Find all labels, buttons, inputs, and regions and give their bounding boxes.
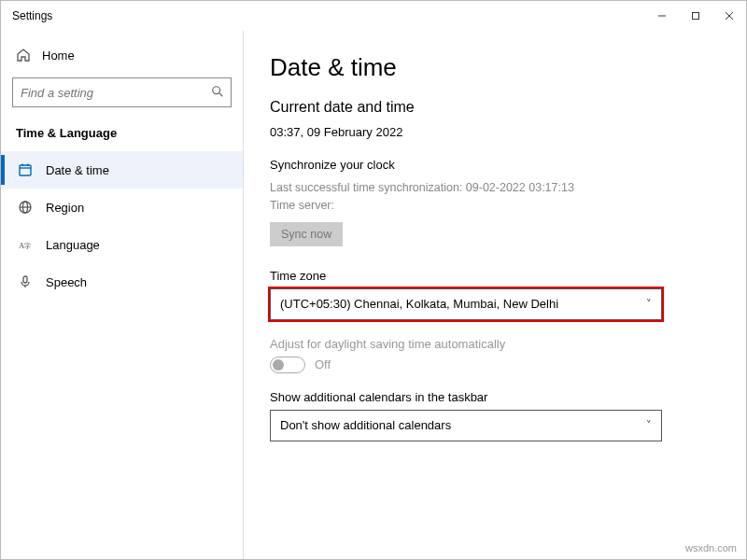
section-header: Time & Language: [1, 120, 243, 151]
timezone-label: Time zone: [270, 269, 720, 283]
svg-text:字: 字: [24, 243, 31, 250]
sidebar: Home Time & Language Date & time: [1, 31, 244, 559]
minimize-button[interactable]: [645, 1, 679, 31]
window-title: Settings: [12, 9, 52, 22]
timezone-dropdown[interactable]: (UTC+05:30) Chennai, Kolkata, Mumbai, Ne…: [270, 288, 662, 320]
language-icon: A字: [18, 237, 33, 252]
globe-icon: [18, 200, 33, 215]
calendars-value: Don't show additional calendars: [280, 418, 451, 432]
body: Home Time & Language Date & time: [1, 31, 746, 559]
current-datetime-heading: Current date and time: [270, 99, 720, 116]
sidebar-item-region[interactable]: Region: [1, 189, 243, 226]
dst-label: Adjust for daylight saving time automati…: [270, 337, 720, 351]
sync-heading: Synchronize your clock: [270, 158, 720, 172]
search-icon: [211, 85, 224, 101]
close-button[interactable]: [712, 1, 746, 31]
sidebar-item-label: Date & time: [46, 163, 109, 177]
sync-now-button[interactable]: Sync now: [270, 222, 343, 246]
window-controls: [645, 1, 746, 31]
svg-line-5: [219, 93, 223, 97]
sidebar-item-label: Language: [46, 238, 100, 252]
toggle-switch: [270, 357, 305, 373]
sidebar-item-label: Speech: [46, 275, 87, 289]
clock-icon: [18, 162, 33, 177]
svg-rect-15: [23, 276, 27, 283]
search-wrap: [12, 77, 232, 107]
sidebar-item-speech[interactable]: Speech: [1, 263, 243, 301]
home-label: Home: [42, 49, 75, 63]
home-link[interactable]: Home: [1, 40, 243, 70]
microphone-icon: [18, 274, 33, 289]
sidebar-item-date-time[interactable]: Date & time: [1, 151, 243, 189]
sync-last-text: Last successful time synchronization: 09…: [270, 179, 720, 197]
main-panel: Date & time Current date and time 03:37,…: [244, 31, 746, 559]
chevron-down-icon: ˅: [646, 298, 652, 310]
watermark: wsxdn.com: [685, 542, 737, 553]
calendars-label: Show additional calendars in the taskbar: [270, 390, 720, 404]
chevron-down-icon: ˅: [646, 419, 652, 431]
maximize-button[interactable]: [679, 1, 712, 31]
home-icon: [16, 48, 31, 63]
calendars-dropdown[interactable]: Don't show additional calendars ˅: [270, 410, 662, 441]
timezone-value: (UTC+05:30) Chennai, Kolkata, Mumbai, Ne…: [280, 297, 558, 311]
svg-point-4: [213, 87, 220, 94]
sync-server-text: Time server:: [270, 197, 720, 215]
current-datetime-value: 03:37, 09 February 2022: [270, 125, 720, 139]
page-heading: Date & time: [270, 53, 720, 82]
dst-value: Off: [315, 357, 331, 371]
svg-rect-6: [20, 165, 31, 175]
nav-list: Date & time Region A字 Language: [1, 151, 243, 301]
settings-window: Settings Home: [0, 0, 747, 560]
titlebar: Settings: [1, 1, 746, 31]
sidebar-item-language[interactable]: A字 Language: [1, 226, 243, 263]
search-input[interactable]: [12, 77, 232, 107]
dst-toggle: Off: [270, 357, 720, 373]
sidebar-item-label: Region: [46, 201, 84, 215]
svg-rect-1: [693, 13, 699, 20]
